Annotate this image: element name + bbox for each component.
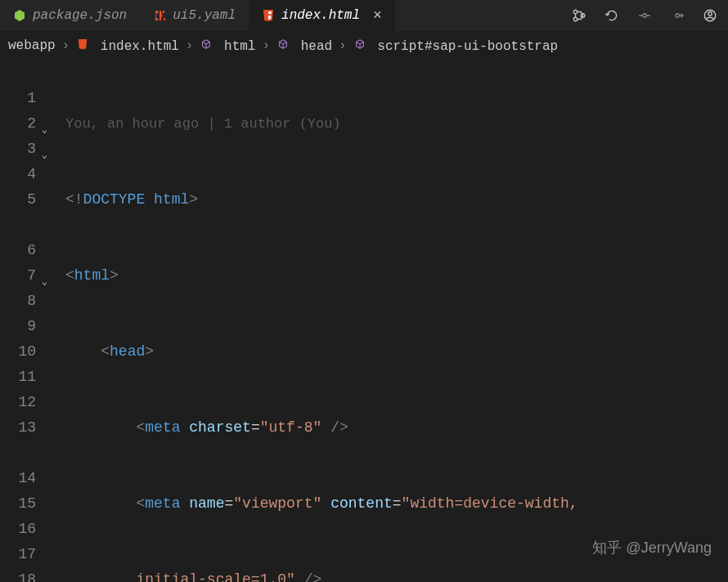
yaml-icon: {} [153,9,166,22]
line-number: 6 [0,238,36,263]
cube-icon [276,38,290,51]
breadcrumb: webapp › index.html › html › head › scri… [0,31,728,60]
line-number: 8 [0,289,36,314]
html5-icon [262,9,275,22]
svg-point-5 [676,14,680,18]
breadcrumb-item[interactable]: html [200,38,255,54]
nodejs-icon [13,9,26,22]
editor-toolbar [571,7,728,24]
fold-icon[interactable]: ⌄ [42,118,47,143]
line-number: 17 [0,542,36,567]
html5-icon [76,38,89,51]
tab-package-json[interactable]: package.json [0,0,140,31]
chevron-right-icon: › [262,38,270,53]
breadcrumb-item[interactable]: script#sap-ui-bootstrap [353,38,558,54]
revert-icon[interactable] [604,7,620,24]
push-icon[interactable] [669,7,685,24]
line-number: 1 [0,86,36,111]
line-number: 10 [0,339,36,365]
breadcrumb-item[interactable]: head [276,38,332,54]
compare-icon[interactable] [571,7,587,24]
cube-icon [200,38,213,51]
cube-icon [353,38,366,51]
close-icon[interactable]: × [373,7,382,24]
code-editor[interactable]: 1 2⌄ 3⌄ 4 5 6 7⌄ 8 9 10 11 12 13 14 15 1… [0,60,728,582]
line-gutter: 1 2⌄ 3⌄ 4 5 6 7⌄ 8 9 10 11 12 13 14 15 1… [0,60,49,582]
svg-text:{}: {} [154,12,164,21]
user-icon[interactable] [702,7,718,24]
line-number: 3⌄ [0,137,36,162]
tab-index-html[interactable]: index.html × [249,0,395,31]
svg-point-2 [573,17,577,21]
line-number: 4 [0,162,36,187]
fold-icon[interactable]: ⌄ [42,143,47,168]
line-number: 18 [0,567,36,582]
svg-point-7 [708,12,712,16]
chevron-right-icon: › [186,38,194,53]
line-number: 11 [0,365,36,390]
tab-ui5-yaml[interactable]: {} ui5.yaml [140,0,249,31]
svg-point-1 [573,10,577,14]
tab-label: ui5.yaml [173,8,236,23]
breadcrumb-item[interactable]: index.html [76,38,179,54]
line-number: 9 [0,314,36,339]
tab-label: package.json [33,8,127,23]
breadcrumb-item[interactable]: webapp [8,38,56,53]
chevron-right-icon: › [339,38,347,53]
watermark: 知乎 @JerryWang [592,538,712,557]
tab-label: index.html [281,8,360,23]
code-content[interactable]: You, an hour ago | 1 author (You) <!DOCT… [49,60,728,582]
git-blame: You, an hour ago | 1 author (You) [65,111,728,137]
line-number: 15 [0,491,36,517]
line-number: 5 [0,187,36,213]
chevron-right-icon: › [62,38,70,53]
fold-icon[interactable]: ⌄ [42,270,47,295]
line-number: 13 [0,415,36,441]
svg-point-4 [643,14,647,18]
commit-icon[interactable] [636,7,653,24]
line-number: 7⌄ [0,263,36,289]
tab-bar: package.json {} ui5.yaml index.html × [0,0,728,31]
line-number: 12 [0,390,36,415]
line-number: 14 [0,466,36,491]
line-number: 2⌄ [0,111,36,137]
line-number: 16 [0,517,36,542]
